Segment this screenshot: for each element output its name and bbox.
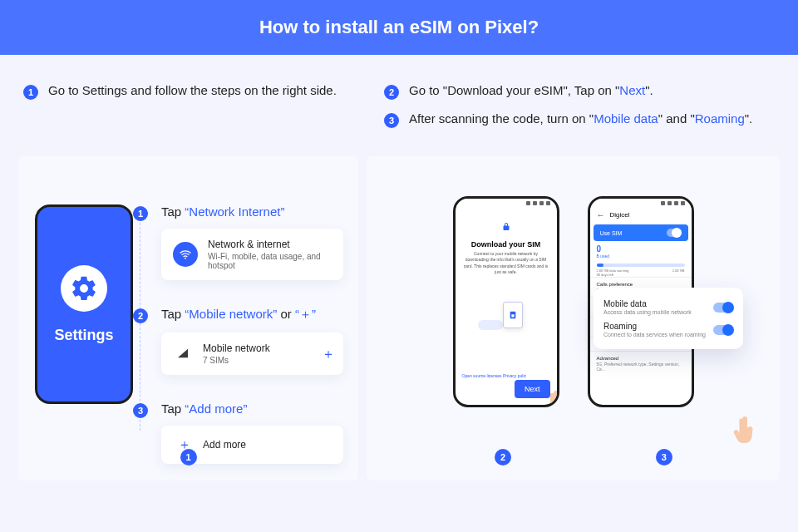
- sim-signal-icon: [176, 347, 191, 362]
- toggle-switch[interactable]: [713, 303, 733, 313]
- pointer-hand-icon: [542, 388, 559, 407]
- row-title: Network & internet: [208, 239, 332, 250]
- plus-icon[interactable]: ＋: [322, 345, 335, 362]
- intro-step-2-text: Go to "Download your eSIM", Tap on "Next…: [409, 83, 653, 97]
- gear-icon: [61, 265, 107, 312]
- step-number-badge: 1: [133, 206, 148, 221]
- settings-label: Settings: [54, 327, 113, 344]
- download-sim-desc: Connect to your mobile network by downlo…: [456, 251, 557, 275]
- carrier-name: Digicel: [610, 211, 630, 219]
- substep-3-label: Tap “Add more”: [161, 401, 343, 416]
- sim-illustration: [476, 298, 536, 338]
- step-number-badge: 3: [384, 113, 399, 128]
- use-sim-label: Use SIM: [600, 230, 623, 236]
- network-internet-row[interactable]: Network & internet Wi-Fi, mobile, data u…: [161, 229, 343, 280]
- row-title: Mobile network: [203, 342, 270, 354]
- intro-step-2: 2 Go to "Download your eSIM", Tap on "Ne…: [384, 83, 775, 100]
- svg-point-0: [185, 258, 186, 259]
- intro-instructions: 1 Go to Settings and follow the steps on…: [0, 55, 798, 140]
- intro-step-3-text: After scanning the code, turn on "Mobile…: [409, 111, 752, 126]
- page-title: How to install an eSIM on Pixel?: [259, 17, 539, 38]
- back-arrow-icon[interactable]: ←: [597, 210, 605, 219]
- intro-step-3: 3 After scanning the code, turn on "Mobi…: [384, 111, 775, 128]
- substep-2: 2 Tap “Mobile network” or “＋” Mobile net…: [161, 307, 343, 375]
- footer-links[interactable]: Open source licenses Privacy polic: [462, 373, 527, 378]
- lock-icon: [456, 220, 557, 235]
- roaming-toggle-row[interactable]: RoamingConnect to data services when roa…: [603, 318, 733, 341]
- floating-toggles-card: Mobile dataAccess data using mobile netw…: [594, 288, 743, 349]
- status-bar: [456, 199, 557, 207]
- data-usage: 0 B used: [590, 241, 692, 260]
- row-subtitle: 7 SIMs: [203, 356, 270, 365]
- phone-download-sim: Download your SIM Connect to your mobile…: [453, 196, 559, 407]
- page-header: How to install an eSIM on Pixel?: [0, 0, 798, 55]
- step-number-badge: 3: [133, 403, 148, 418]
- toggle-switch[interactable]: [667, 229, 682, 237]
- svg-rect-2: [511, 314, 514, 317]
- step-number-badge: 1: [23, 85, 38, 100]
- sim-card-icon: [503, 302, 523, 328]
- mobile-network-row[interactable]: Mobile network 7 SIMs ＋: [161, 332, 343, 375]
- usage-bar: [597, 264, 685, 267]
- download-sim-title: Download your SIM: [461, 240, 552, 249]
- row-subtitle: Wi-Fi, mobile, data usage, and hotspot: [208, 252, 332, 270]
- step-number-badge: 2: [384, 85, 399, 100]
- step-number-badge: 2: [133, 308, 148, 323]
- row-title: Add more: [203, 439, 246, 451]
- status-bar: [590, 199, 692, 207]
- settings-phone-mock: Settings: [35, 204, 133, 404]
- usage-bar-labels: 2.00 GB data warning30 days left 2.00 GB: [590, 268, 692, 277]
- panel-phone-screens: Download your SIM Connect to your mobile…: [367, 156, 780, 480]
- intro-step-1: 1 Go to Settings and follow the steps on…: [23, 83, 359, 100]
- intro-step-1-text: Go to Settings and follow the steps on t…: [48, 83, 337, 97]
- substep-1-label: Tap “Network Internet”: [161, 204, 343, 219]
- substep-1: 1 Tap “Network Internet” Network & inter…: [161, 204, 343, 280]
- carrier-header: ← Digicel: [590, 207, 692, 221]
- toggle-switch[interactable]: [713, 325, 733, 335]
- panel-index-badge: 1: [180, 449, 197, 466]
- panel-index-badge: 3: [656, 449, 672, 466]
- advanced-row[interactable]: Advanced5G, Preferred network type, Sett…: [590, 351, 692, 376]
- pointer-hand-icon: [732, 414, 760, 446]
- use-sim-toggle-row[interactable]: Use SIM: [594, 224, 688, 241]
- panel-settings-steps: Settings 1 Tap “Network Internet” Networ…: [18, 156, 358, 480]
- substep-2-label: Tap “Mobile network” or “＋”: [161, 307, 343, 323]
- panel-index-badge: 2: [495, 449, 511, 466]
- wifi-icon: [173, 242, 198, 267]
- mobile-data-toggle-row[interactable]: Mobile dataAccess data using mobile netw…: [603, 296, 733, 318]
